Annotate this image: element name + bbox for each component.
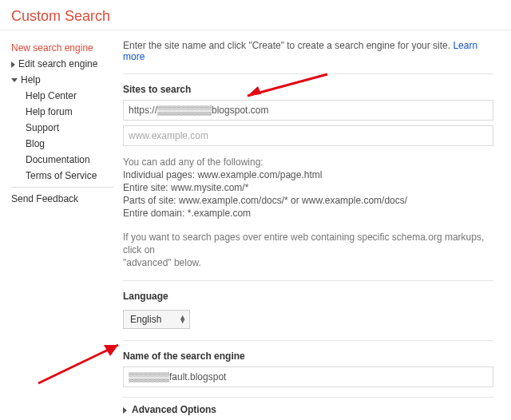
advanced-options-toggle[interactable]: Advanced Options [123, 397, 493, 420]
site-url-placeholder-input[interactable] [123, 125, 493, 146]
language-select[interactable]: English ▲▼ [123, 310, 190, 329]
language-label: Language [123, 291, 493, 302]
sidebar: New search engine Edit search engine Hel… [0, 30, 113, 420]
nav-new-search-engine[interactable]: New search engine [11, 40, 113, 56]
nav-help[interactable]: Help [11, 72, 113, 88]
site-url-input[interactable] [123, 100, 493, 121]
chevron-down-icon [11, 78, 18, 82]
intro-text: Enter the site name and click "Create" t… [123, 40, 493, 62]
nav-help-forum[interactable]: Help forum [26, 104, 113, 120]
help-advanced-block: If you want to search pages over entire … [123, 231, 493, 269]
engine-name-label: Name of the search engine [123, 351, 493, 362]
nav-send-feedback[interactable]: Send Feedback [11, 191, 113, 207]
nav-help-center[interactable]: Help Center [26, 88, 113, 104]
chevron-right-icon [11, 61, 15, 68]
help-format-block: You can add any of the following: Indivi… [123, 156, 493, 220]
page-title: Custom Search [11, 8, 500, 25]
nav-tos[interactable]: Terms of Service [26, 168, 113, 184]
select-caret-icon: ▲▼ [179, 315, 186, 323]
main-content: Enter the site name and click "Create" t… [113, 30, 511, 420]
engine-name-input[interactable] [123, 367, 493, 387]
nav-edit-search-engine[interactable]: Edit search engine [11, 56, 113, 72]
nav-blog[interactable]: Blog [26, 136, 113, 152]
nav-documentation[interactable]: Documentation [26, 152, 113, 168]
chevron-right-icon [123, 407, 127, 414]
page-header: Custom Search [0, 0, 511, 30]
nav-support[interactable]: Support [26, 120, 113, 136]
sites-to-search-label: Sites to search [123, 84, 493, 95]
